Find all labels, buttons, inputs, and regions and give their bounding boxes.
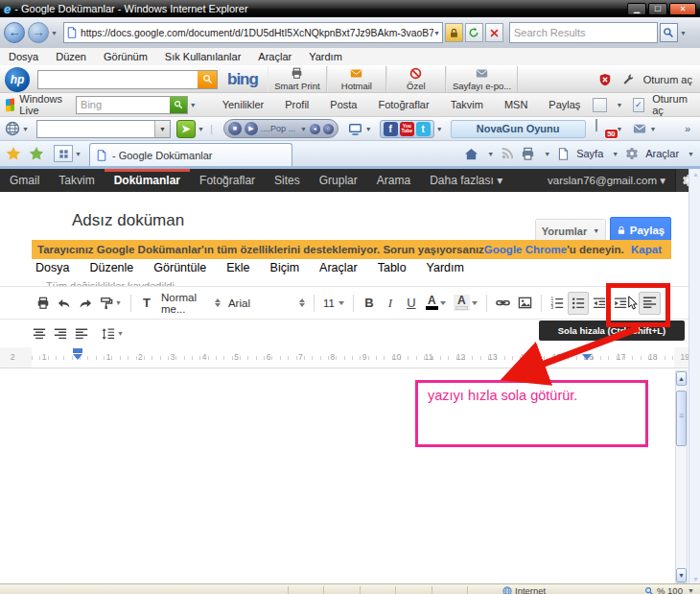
browser-scroll-up-icon[interactable]: ▲ xyxy=(692,171,699,178)
wl-check-icon[interactable]: ✓ xyxy=(633,98,645,112)
email-page-button[interactable]: Sayfayı e-po... xyxy=(446,66,518,92)
justify-button[interactable] xyxy=(71,322,92,345)
scroll-up-button[interactable]: ▲ xyxy=(676,371,687,386)
google-bar-item[interactable]: Daha fazlası ▾ xyxy=(420,169,512,192)
overflow-chevron[interactable]: » xyxy=(685,123,690,134)
globe-gear-icon[interactable] xyxy=(5,121,20,136)
hp-search-input[interactable] xyxy=(37,70,218,89)
google-bar-item[interactable]: Gmail xyxy=(0,169,49,192)
ie-menu-item[interactable]: Yardım xyxy=(300,51,351,62)
youtube-icon[interactable]: YouTube xyxy=(400,122,414,136)
player-station-label[interactable]: ....Pop ... xyxy=(261,124,295,133)
tv-icon[interactable] xyxy=(347,121,363,136)
tools-gear-icon[interactable] xyxy=(625,147,639,160)
player-prev-icon[interactable]: ◂ xyxy=(310,124,320,134)
tab-list-dropdown-icon[interactable]: ▼ xyxy=(75,151,82,157)
novagun-game-button[interactable]: NovaGun Oyunu xyxy=(451,120,586,138)
browser-scroll-down-icon[interactable]: ▼ xyxy=(692,576,699,582)
home-icon[interactable] xyxy=(464,147,478,161)
print-dropdown-icon[interactable]: ▼ xyxy=(544,151,550,157)
insert-link-button[interactable] xyxy=(492,292,514,315)
url-dropdown-icon[interactable]: ▼ xyxy=(433,30,440,36)
maximize-button[interactable]: ☐ xyxy=(648,3,667,15)
tv-dropdown-icon[interactable]: ▼ xyxy=(365,126,372,132)
twitter-icon[interactable]: t xyxy=(416,122,431,136)
search-button[interactable] xyxy=(660,23,678,42)
stop-button[interactable] xyxy=(485,23,503,42)
banner-close-link[interactable]: Kapat xyxy=(631,244,665,255)
ie-menu-item[interactable]: Düzen xyxy=(47,51,95,62)
tab-google-dokumanlar[interactable]: - Google Dokümanlar xyxy=(89,143,292,166)
quick-tabs-button[interactable] xyxy=(54,145,73,162)
wl-link[interactable]: Fotoğraflar xyxy=(367,99,439,110)
wl-id-dropdown-icon[interactable]: ▼ xyxy=(617,102,623,108)
chrome-link[interactable]: Google Chrome xyxy=(484,244,567,255)
align-right-button[interactable] xyxy=(50,322,71,345)
mail-dropdown-icon[interactable]: ▼ xyxy=(649,126,656,132)
redo-button[interactable] xyxy=(75,292,96,315)
hp-signin-link[interactable]: Oturum aç xyxy=(643,74,692,85)
player-vol-icon[interactable]: ○ xyxy=(323,124,334,134)
google-bar-item[interactable]: Fotoğraflar xyxy=(190,169,265,192)
bold-button[interactable]: B xyxy=(359,292,380,315)
font-dropdown[interactable]: Arial xyxy=(224,293,309,314)
docs-menu-item[interactable]: Ekle xyxy=(226,261,249,274)
paint-format-button[interactable]: ▼ xyxy=(96,292,126,315)
styles-dropdown[interactable]: Normal me... xyxy=(157,293,224,314)
wl-link[interactable]: Takvim xyxy=(440,99,494,110)
back-button[interactable]: ← xyxy=(4,22,25,43)
first-line-indent-marker[interactable] xyxy=(73,354,82,360)
lock-icon[interactable] xyxy=(445,23,463,42)
mail-icon[interactable] xyxy=(632,122,647,135)
hp-search-button[interactable] xyxy=(198,71,217,88)
google-bar-item[interactable]: Gruplar xyxy=(310,169,367,192)
addon-combo-box[interactable]: ▼ xyxy=(36,120,171,138)
docs-menu-item[interactable]: Dosya xyxy=(35,261,69,274)
font-size-dropdown[interactable]: 11 xyxy=(319,293,348,314)
docs-menu-item[interactable]: Görüntüle xyxy=(153,261,206,274)
bing-search-button[interactable] xyxy=(170,97,187,113)
google-bar-item[interactable]: Sites xyxy=(265,169,310,192)
scroll-down-button[interactable]: ▼ xyxy=(676,568,687,582)
minimize-button[interactable]: ▁ xyxy=(627,3,646,15)
document-scrollbar[interactable]: ▲ ▼ xyxy=(675,370,688,583)
close-button[interactable]: ✕ xyxy=(669,3,696,15)
hotmail-button[interactable]: Hotmail xyxy=(327,66,386,92)
docs-menu-item[interactable]: Yardım xyxy=(427,261,464,274)
wl-link[interactable]: Paylaş xyxy=(538,99,591,110)
search-input[interactable]: Search Results xyxy=(509,22,658,43)
bing-search-dropdown-icon[interactable]: ▼ xyxy=(190,102,197,108)
wl-link[interactable]: Profil xyxy=(274,99,319,110)
counter-badge-icon[interactable]: 50 xyxy=(595,120,615,137)
refresh-button[interactable] xyxy=(465,23,483,42)
ruler[interactable]: 2112345678910111213141516171819 xyxy=(0,347,700,368)
google-bar-item[interactable]: Takvim xyxy=(49,169,104,192)
player-dropdown-icon[interactable]: ▼ xyxy=(300,126,307,132)
tools-menu-label[interactable]: Araçlar xyxy=(645,148,679,159)
forward-button[interactable]: → xyxy=(28,22,49,43)
scrollbar-thumb[interactable] xyxy=(676,391,687,446)
document-title[interactable]: Adsız doküman xyxy=(72,211,184,230)
wrench-icon[interactable] xyxy=(621,73,634,85)
security-shield-icon[interactable] xyxy=(598,73,612,86)
url-field[interactable]: https://docs.google.com/document/d/1DU5d… xyxy=(63,22,443,43)
docs-menu-item[interactable]: Biçim xyxy=(270,261,300,274)
wl-link[interactable]: Yenilikler xyxy=(212,99,275,110)
docs-menu-item[interactable]: Düzenle xyxy=(89,261,133,274)
go-button[interactable]: ➤ xyxy=(176,120,196,138)
share-button[interactable]: Paylaş xyxy=(610,217,671,243)
favorites-star-icon[interactable] xyxy=(6,146,21,161)
line-spacing-button[interactable]: ▼ xyxy=(98,322,128,345)
wl-signin-link[interactable]: Oturum aç xyxy=(652,93,692,116)
social-dropdown-icon[interactable]: ▼ xyxy=(436,126,443,132)
highlight-color-button[interactable]: A xyxy=(450,292,481,315)
tools-dropdown-icon[interactable]: ▼ xyxy=(688,151,694,157)
account-menu[interactable]: varslan76@gmail.com ▾ xyxy=(538,174,675,187)
page-menu-icon[interactable] xyxy=(557,148,570,160)
zoom-dropdown-icon[interactable]: ▼ xyxy=(688,587,694,594)
player-stop-icon[interactable]: ■ xyxy=(228,122,242,135)
ie-menu-item[interactable]: Görünüm xyxy=(95,51,156,62)
page-dropdown-icon[interactable]: ▼ xyxy=(612,151,618,157)
combo-dropdown-icon[interactable]: ▼ xyxy=(154,121,170,137)
ie-menu-item[interactable]: Araçlar xyxy=(249,51,300,62)
